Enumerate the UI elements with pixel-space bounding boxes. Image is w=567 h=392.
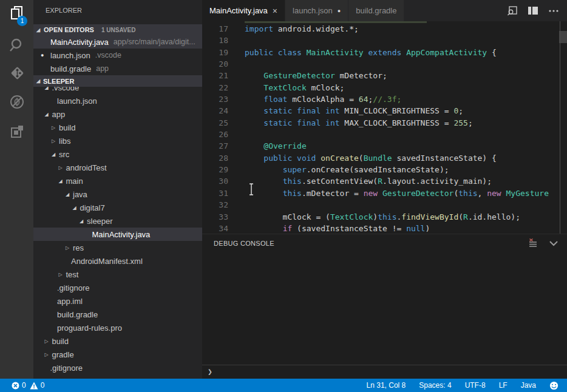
language-mode[interactable]: Java <box>521 381 536 390</box>
open-editors-header[interactable]: ◢ OPEN EDITORS 1 UNSAVED <box>33 24 202 35</box>
code-line-18[interactable]: 18 <box>202 35 567 46</box>
open-editor-item[interactable]: MainActivity.javaapp/src/main/java/digit… <box>33 35 202 49</box>
tree-item-app-iml[interactable]: app.iml <box>33 294 202 308</box>
tree-item-label: digital7 <box>80 203 105 212</box>
tree-item--gitignore[interactable]: .gitignore <box>33 361 202 374</box>
debug-repl-input[interactable]: ❯ <box>202 365 567 378</box>
debug-console-panel: DEBUG CONSOLE <box>202 234 567 379</box>
tree-item-label: java <box>73 190 87 199</box>
editor-vertical-scrollbar[interactable] <box>559 31 567 43</box>
tab-build-gradle[interactable]: build.gradle <box>348 0 404 21</box>
tree-item-java[interactable]: ◢java <box>33 188 202 201</box>
tree-item-androidtest[interactable]: ▷androidTest <box>33 161 202 174</box>
preview-search-icon[interactable] <box>506 5 518 17</box>
tree-item-src[interactable]: ◢src <box>33 147 202 161</box>
status-right: Ln 31, Col 8 Spaces: 4 UTF-8 LF Java <box>367 381 559 390</box>
clear-console-icon[interactable] <box>527 237 539 249</box>
tree-item-test[interactable]: ▷test <box>33 268 202 281</box>
code-line-23[interactable]: 23 float mClockAlpha = 64;//.3f; <box>202 93 567 105</box>
open-editor-item[interactable]: build.gradleapp <box>33 62 202 75</box>
code-line-30[interactable]: 30 this.setContentView(R.layout.activity… <box>202 175 567 187</box>
tab-mainactivity-java[interactable]: MainActivity.java× <box>202 0 285 21</box>
open-editor-desc: .vscode <box>95 51 121 59</box>
line-number: 21 <box>202 70 228 81</box>
code-line-28[interactable]: 28 public void onCreate(Bundle savedInst… <box>202 152 567 164</box>
code-line-32[interactable]: 32 <box>202 199 567 211</box>
code-line-31[interactable]: 31 this.mDetector = new GestureDetector(… <box>202 188 567 199</box>
folder-section-header[interactable]: ◢ SLEEPER <box>33 75 202 87</box>
code-line-19[interactable]: 19public class MainActivity extends AppC… <box>202 47 567 58</box>
code-line-24[interactable]: 24 static final int MIN_CLOCK_BRIGHTNESS… <box>202 105 567 117</box>
tree-item-gradle[interactable]: ▷gradle <box>33 348 202 361</box>
tab-label: MainActivity.java <box>209 6 268 15</box>
tree-item-launch-json[interactable]: launch.json <box>33 94 202 107</box>
twisty-collapsed-icon: ▷ <box>59 165 66 171</box>
cursor-position[interactable]: Ln 31, Col 8 <box>367 381 406 390</box>
tree-item-label: libs <box>59 137 71 146</box>
search-icon[interactable] <box>0 33 33 58</box>
twisty-collapsed-icon: ▷ <box>52 125 59 130</box>
code-line-27[interactable]: 27 @Override <box>202 140 567 152</box>
tree-item--gitignore[interactable]: .gitignore <box>33 281 202 294</box>
warning-icon <box>30 382 38 390</box>
more-actions-icon[interactable] <box>548 5 560 17</box>
code-line-29[interactable]: 29 super.onCreate(savedInstanceState); <box>202 164 567 175</box>
tree-item-build[interactable]: ▷build <box>33 121 202 134</box>
tree-item-app[interactable]: ◢app <box>33 107 202 121</box>
tree-item-build-gradle[interactable]: build.gradle <box>33 308 202 321</box>
eol-sequence[interactable]: LF <box>499 381 508 390</box>
source-control-icon[interactable] <box>0 60 33 86</box>
code-line-25[interactable]: 25 static final int MAX_CLOCK_BRIGHTNESS… <box>202 117 567 129</box>
tree-item-build[interactable]: ▷build <box>33 334 202 348</box>
code-line-21[interactable]: 21 GestureDetector mDetector; <box>202 70 567 81</box>
tree-item-proguard-rules-pro[interactable]: proguard-rules.pro <box>33 321 202 334</box>
code-editor[interactable]: 17import android.widget.*;1819public cla… <box>202 21 567 255</box>
panel-header: DEBUG CONSOLE <box>202 234 567 252</box>
tree-item-label: test <box>66 270 79 279</box>
extensions-icon[interactable] <box>0 119 33 144</box>
tree-item-main[interactable]: ◢main <box>33 174 202 188</box>
indentation[interactable]: Spaces: 4 <box>419 381 451 390</box>
tree-item-sleeper[interactable]: ◢sleeper <box>33 214 202 228</box>
tree-item-label: gradle <box>52 350 74 359</box>
problems-status[interactable]: 0 0 <box>12 381 44 390</box>
tree-item-mainactivity-java[interactable]: MainActivity.java <box>33 228 202 241</box>
line-number: 23 <box>202 93 228 105</box>
line-number: 32 <box>202 199 228 211</box>
folder-section-label: SLEEPER <box>43 78 74 85</box>
tab-launch-json[interactable]: launch.json● <box>285 0 348 21</box>
unsaved-badge: 1 UNSAVED <box>101 27 136 33</box>
editor-group: MainActivity.java×launch.json●build.grad… <box>202 0 567 379</box>
line-number: 34 <box>202 223 228 234</box>
debug-disabled-icon[interactable] <box>0 89 33 115</box>
tree-item-digital7[interactable]: ◢digital7 <box>33 201 202 214</box>
tree-item-label: .gitignore <box>57 283 89 292</box>
tree-item-label: launch.json <box>57 96 97 106</box>
tree-item-androidmanifest-xml[interactable]: AndroidManifest.xml <box>33 254 202 268</box>
tab-close-icon[interactable]: × <box>273 6 277 16</box>
line-number: 29 <box>202 164 228 175</box>
tree-item--vscode[interactable]: ◢.vscode <box>33 87 202 94</box>
line-number: 28 <box>202 152 228 164</box>
code-line-17[interactable]: 17import android.widget.*; <box>202 23 567 35</box>
code-line-33[interactable]: 33 mClock = (TextClock)this.findViewById… <box>202 211 567 223</box>
file-tree: ◢.vscodelaunch.json◢app▷build▷libs◢src▷a… <box>33 87 202 379</box>
tree-item-libs[interactable]: ▷libs <box>33 134 202 147</box>
encoding[interactable]: UTF-8 <box>465 381 486 390</box>
code-line-22[interactable]: 22 TextClock mClock; <box>202 82 567 93</box>
tab-dirty-dot-icon[interactable]: ● <box>338 8 341 14</box>
code-line-26[interactable]: 26 <box>202 129 567 140</box>
open-editor-item[interactable]: ●launch.json.vscode <box>33 49 202 62</box>
tab-label: build.gradle <box>356 6 396 15</box>
panel-title: DEBUG CONSOLE <box>214 240 274 247</box>
close-panel-chevron-icon[interactable] <box>548 237 560 249</box>
code-line-20[interactable]: 20 <box>202 58 567 70</box>
tree-item-build-gradle[interactable]: build.gradle <box>33 374 202 379</box>
explorer-files-icon[interactable]: 1 <box>0 1 33 27</box>
twisty-expanded-icon: ◢ <box>45 87 52 90</box>
code-line-34[interactable]: 34 if (savedInstanceState != null) <box>202 223 567 234</box>
open-editors-label: OPEN EDITORS <box>44 26 94 33</box>
feedback-smiley-icon[interactable] <box>549 381 559 390</box>
tree-item-res[interactable]: ▷res <box>33 241 202 254</box>
split-editor-icon[interactable] <box>527 5 539 17</box>
